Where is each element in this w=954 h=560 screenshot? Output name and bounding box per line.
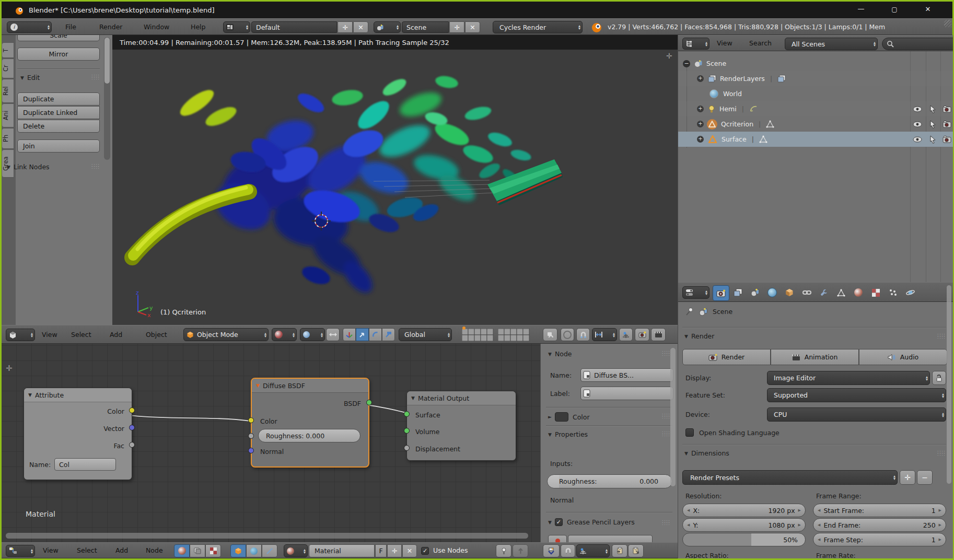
socket-color-in[interactable] xyxy=(248,417,254,423)
world-shader-icon[interactable] xyxy=(246,544,262,557)
scene-add-button[interactable]: ✛ xyxy=(449,21,464,33)
material-unlink-button[interactable]: ✕ xyxy=(402,544,417,557)
region-expand-plus-icon[interactable]: ✛ xyxy=(666,52,672,60)
pin-icon[interactable] xyxy=(685,307,694,316)
start-frame-field[interactable]: ◀Start Frame: 1▶ xyxy=(813,504,946,517)
node-diffuse-bsdf[interactable]: ▼ Diffuse BSDF BSDF Color Roughness: 0.0… xyxy=(251,378,369,468)
material-nodes-icon[interactable] xyxy=(174,544,190,557)
auto-render-icon[interactable] xyxy=(543,544,560,557)
resolution-x-field[interactable]: ◀X: 1920 px▶ xyxy=(682,504,806,517)
preset-add-button[interactable]: ✛ xyxy=(900,470,915,485)
editor-type-selector-node[interactable]: ▴▾ xyxy=(6,545,35,557)
npanel-node-header[interactable]: ▼ Node xyxy=(548,350,572,358)
outliner-row-qcriterion[interactable]: + Qcriterion | xyxy=(678,116,953,132)
line-style-icon[interactable] xyxy=(262,544,277,557)
gp-layer-color-button[interactable] xyxy=(548,535,567,542)
scene-lock-icon[interactable] xyxy=(543,328,557,341)
npanel-properties-header[interactable]: ▼ Properties xyxy=(548,430,588,438)
collapse-circle-icon[interactable]: − xyxy=(683,60,690,67)
socket-fac-out[interactable] xyxy=(129,442,135,448)
menu-render[interactable]: Render xyxy=(97,23,125,31)
material-browse-widget[interactable]: ▴▾ xyxy=(284,544,308,557)
tab-modifiers[interactable] xyxy=(816,285,832,300)
properties-scrollbar-thumb[interactable] xyxy=(947,285,951,484)
panel-drag-dots[interactable]: :::::::: xyxy=(655,351,670,355)
menu-help[interactable]: Help xyxy=(189,23,208,31)
socket-normal-in[interactable] xyxy=(248,448,254,453)
attr-name-field[interactable]: Col xyxy=(54,458,116,471)
outliner-row-renderlayers[interactable]: + RenderLayers | xyxy=(678,71,953,86)
expand-circle-icon[interactable]: + xyxy=(697,136,704,143)
npanel-gp-header[interactable]: ▼ ✓ Grease Pencil Layers xyxy=(548,518,635,526)
go-parent-node-tree-icon[interactable] xyxy=(513,544,528,557)
mode-select[interactable]: Object Mode ▴▾ xyxy=(183,328,269,341)
minimize-button[interactable]: — xyxy=(849,5,873,13)
preset-remove-button[interactable]: − xyxy=(917,470,933,485)
display-select[interactable]: Image Editor ▴▾ xyxy=(767,371,930,385)
tab-create[interactable]: Cr xyxy=(2,59,14,78)
pin-icon[interactable] xyxy=(496,544,511,557)
layout-add-button[interactable]: ✛ xyxy=(338,21,353,33)
panel-drag-dots[interactable]: :::::::: xyxy=(655,431,670,436)
dimensions-panel-header[interactable]: ▼ Dimensions xyxy=(684,449,729,457)
vp-menu-select[interactable]: Select xyxy=(69,331,94,339)
render-opengl-camera-icon[interactable] xyxy=(635,328,649,341)
snap-element-select[interactable]: ▴▾ xyxy=(592,328,617,341)
tab-relations[interactable]: Rel xyxy=(2,79,14,103)
orientation-select[interactable]: Global ▴▾ xyxy=(399,328,452,341)
end-frame-field[interactable]: ◀End Frame: 250▶ xyxy=(813,518,946,532)
socket-surface-in[interactable] xyxy=(404,411,410,417)
ne-menu-node[interactable]: Node xyxy=(144,546,165,554)
tab-physics[interactable]: Ph xyxy=(2,128,14,149)
texture-nodes-icon[interactable] xyxy=(190,544,205,557)
snap-magnet-icon[interactable] xyxy=(561,544,575,557)
panel-drag-dots[interactable]: :::::::: xyxy=(655,414,670,418)
render-opengl-anim-icon[interactable] xyxy=(651,328,666,341)
close-button[interactable]: ✕ xyxy=(916,5,940,13)
node-collapse-icon[interactable]: ▼ xyxy=(256,383,260,388)
eye-icon[interactable] xyxy=(913,136,922,143)
socket-volume-in[interactable] xyxy=(404,428,410,434)
snap-node-element-select[interactable]: ▴▾ xyxy=(576,544,610,557)
selectable-arrow-icon[interactable] xyxy=(929,135,936,144)
layer-grid-2[interactable] xyxy=(498,329,530,341)
layout-delete-button[interactable]: ✕ xyxy=(353,21,368,33)
tab-particles[interactable] xyxy=(885,285,901,300)
render-engine-select[interactable]: Cycles Render ▴▾ xyxy=(493,21,583,33)
ne-menu-view[interactable]: View xyxy=(41,546,61,554)
node-editor-hscrollbar[interactable] xyxy=(6,533,528,539)
tab-constraints[interactable] xyxy=(799,285,815,300)
use-nodes-checkbox[interactable]: ✓ xyxy=(421,547,429,555)
scale-button[interactable]: Scale xyxy=(17,35,100,41)
osl-checkbox[interactable] xyxy=(685,428,694,437)
node-color-swatch[interactable] xyxy=(555,412,568,422)
resolution-y-field[interactable]: ◀Y: 1080 px▶ xyxy=(682,518,806,532)
fake-user-button[interactable]: F xyxy=(375,544,387,557)
paste-node-icon[interactable] xyxy=(628,544,644,557)
layer-grid-1[interactable] xyxy=(462,329,494,341)
outliner-menu-view[interactable]: View xyxy=(715,39,735,47)
npanel-label-field[interactable] xyxy=(580,387,673,400)
outliner-row-scene[interactable]: − Scene xyxy=(678,56,953,71)
tab-animation[interactable]: Ani xyxy=(2,103,14,127)
mirror-button[interactable]: Mirror xyxy=(17,48,100,61)
resolution-scale-slider[interactable]: 50% xyxy=(682,533,806,546)
ne-menu-add[interactable]: Add xyxy=(113,546,130,554)
expand-circle-icon[interactable]: + xyxy=(697,121,704,127)
viewport-shading-select[interactable]: ▴▾ xyxy=(272,328,297,341)
outliner-search-input[interactable] xyxy=(882,38,953,50)
tab-physics[interactable] xyxy=(902,285,918,300)
translate-arrow-icon[interactable] xyxy=(356,328,369,341)
selectable-arrow-icon[interactable] xyxy=(929,105,936,113)
tool-shelf-scrollbar-thumb[interactable] xyxy=(104,38,110,84)
npanel-color-header[interactable]: ► Color xyxy=(548,412,590,422)
breadcrumb-label[interactable]: Scene xyxy=(713,308,732,316)
panel-drag-dots[interactable]: :::::::: xyxy=(930,451,946,455)
panel-drag-dots[interactable]: :::::::: xyxy=(84,75,100,79)
npanel-scrollbar-thumb[interactable] xyxy=(670,348,676,486)
scale-manipulator-icon[interactable] xyxy=(382,328,395,341)
pivot-select[interactable]: ▴▾ xyxy=(300,328,325,341)
npanel-name-field[interactable]: Diffuse BS... xyxy=(580,368,673,382)
node-collapse-icon[interactable]: ▼ xyxy=(411,395,415,401)
gp-layer-field[interactable] xyxy=(568,535,653,542)
